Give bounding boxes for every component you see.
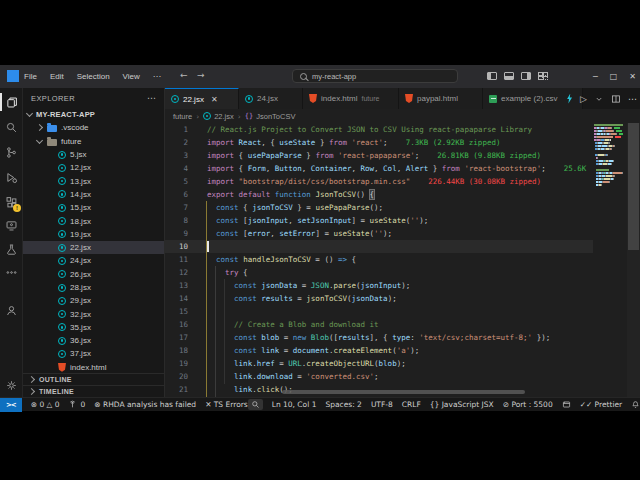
- tab-24.jsx[interactable]: 24.jsx: [239, 88, 303, 109]
- tree-item-32.jsx[interactable]: 32.jsx: [23, 307, 164, 320]
- activity-search-icon[interactable]: [0, 116, 22, 138]
- tree-item-my-react-app[interactable]: MY-REACT-APP: [23, 108, 164, 121]
- activity-run-and-debug-icon[interactable]: [0, 166, 22, 188]
- tree-item-12.jsx[interactable]: 12.jsx: [23, 161, 164, 174]
- thunder-client-icon[interactable]: [566, 94, 573, 104]
- tree-item-29.jsx[interactable]: 29.jsx: [23, 294, 164, 307]
- scrollbar-thumb[interactable]: [628, 123, 639, 250]
- code-line-13[interactable]: 13 const jsonData = JSON.parse(jsonInput…: [165, 279, 593, 292]
- tree-item-15.jsx[interactable]: 15.jsx: [23, 201, 164, 214]
- activity-explorer-icon[interactable]: [0, 91, 22, 113]
- status-rhda-status[interactable]: ⊗ RHDA analysis has failed: [94, 400, 196, 409]
- status-zoom-indicator[interactable]: [248, 399, 263, 410]
- run-file-icon[interactable]: ▷: [580, 94, 587, 104]
- activity-source-control-icon[interactable]: [0, 141, 22, 163]
- close-button[interactable]: ✕: [629, 72, 636, 81]
- status-cursor-position[interactable]: Ln 10, Col 1: [272, 400, 317, 409]
- sidebar-section-timeline[interactable]: TIMELINE: [23, 385, 164, 397]
- run-options-icon[interactable]: [594, 94, 604, 104]
- nav-forward-icon[interactable]: →: [197, 70, 205, 80]
- menu-edit[interactable]: Edit: [50, 72, 64, 81]
- status-notifications[interactable]: [631, 400, 640, 409]
- tree-item-18.jsx[interactable]: 18.jsx: [23, 214, 164, 227]
- customize-layout-icon[interactable]: [538, 72, 548, 80]
- tab-paypal.html[interactable]: paypal.html: [399, 88, 483, 109]
- code-line-20[interactable]: 20 link.download = 'converted.csv';: [165, 370, 593, 383]
- code-line-2[interactable]: 2import React, { useState } from 'react'…: [165, 136, 593, 149]
- sidebar-section-outline[interactable]: OUTLINE: [23, 373, 164, 385]
- code-line-7[interactable]: 7 const { jsonToCSV } = usePapaParse();: [165, 201, 593, 214]
- nav-back-icon[interactable]: ←: [180, 70, 188, 80]
- toggle-panel-icon[interactable]: [504, 72, 514, 80]
- tree-item-36.jsx[interactable]: 36.jsx: [23, 334, 164, 347]
- activity-accounts-icon[interactable]: [0, 299, 22, 321]
- minimize-button[interactable]: ─: [593, 72, 598, 81]
- breadcrumb-item-future[interactable]: future: [173, 112, 192, 121]
- status-ports-status[interactable]: 0: [68, 400, 85, 409]
- status-encoding[interactable]: UTF-8: [371, 400, 393, 409]
- tree-item-28.jsx[interactable]: 28.jsx: [23, 281, 164, 294]
- status-eol[interactable]: CRLF: [402, 400, 421, 409]
- status-language-mode[interactable]: {} JavaScript JSX: [430, 400, 494, 409]
- menu-file[interactable]: File: [24, 72, 37, 81]
- split-editor-icon[interactable]: [611, 94, 621, 104]
- breadcrumb-item-22.jsx[interactable]: 22.jsx: [203, 112, 234, 121]
- toggle-sidebar-icon[interactable]: [487, 72, 497, 80]
- code-line-16[interactable]: 16 // Create a Blob and download it: [165, 318, 593, 331]
- activity-more-views-icon[interactable]: [0, 261, 22, 283]
- status-formatter-prettier[interactable]: ✓✓ Prettier: [580, 400, 623, 409]
- command-center-search[interactable]: my-react-app: [292, 69, 458, 83]
- code-line-5[interactable]: 5import "bootstrap/dist/css/bootstrap.mi…: [165, 175, 593, 188]
- tab-22.jsx[interactable]: 22.jsx✕: [165, 88, 239, 109]
- code-line-9[interactable]: 9 const [error, setError] = useState('')…: [165, 227, 593, 240]
- tree-item-35.jsx[interactable]: 35.jsx: [23, 321, 164, 334]
- code-area[interactable]: 1// React.js Project to Convert JSON to …: [165, 123, 593, 397]
- tree-item-13.jsx[interactable]: 13.jsx: [23, 174, 164, 187]
- tree-item-19.jsx[interactable]: 19.jsx: [23, 228, 164, 241]
- code-line-10[interactable]: 10: [165, 240, 593, 253]
- tree-item-24.jsx[interactable]: 24.jsx: [23, 254, 164, 267]
- menu-[interactable]: ⋯: [153, 72, 161, 81]
- status-remote-indicator[interactable]: ><: [0, 398, 22, 412]
- code-line-3[interactable]: 3import { usePapaParse } from 'react-pap…: [165, 149, 593, 162]
- activity-testing-icon[interactable]: [0, 238, 22, 260]
- sidebar-more-actions[interactable]: ⋯: [147, 93, 156, 103]
- tree-item-5.jsx[interactable]: 5.jsx: [23, 148, 164, 161]
- code-line-11[interactable]: 11 const handleJsonToCSV = () => {: [165, 253, 593, 266]
- tree-item-future[interactable]: future: [23, 135, 164, 148]
- status-live-server-port[interactable]: ⊘ Port : 5500: [503, 400, 553, 409]
- code-line-12[interactable]: 12 try {: [165, 266, 593, 279]
- tree-item-index.html[interactable]: index.html: [23, 361, 164, 374]
- breadcrumb-item-jsontocsv[interactable]: {}JsonToCSV: [245, 112, 296, 121]
- vertical-scrollbar[interactable]: [627, 123, 640, 397]
- toggle-secondary-sidebar-icon[interactable]: [521, 72, 531, 80]
- tree-item-37.jsx[interactable]: 37.jsx: [23, 347, 164, 360]
- menu-selection[interactable]: Selection: [77, 72, 110, 81]
- tree-item-.vscode[interactable]: .vscode: [23, 121, 164, 134]
- code-line-14[interactable]: 14 const results = jsonToCSV(jsonData);: [165, 292, 593, 305]
- status-browser-preview[interactable]: [562, 400, 571, 409]
- code-line-17[interactable]: 17 const blob = new Blob([results], { ty…: [165, 331, 593, 344]
- menu-view[interactable]: View: [123, 72, 140, 81]
- code-line-1[interactable]: 1// React.js Project to Convert JSON to …: [165, 123, 593, 136]
- tab-index.html[interactable]: index.htmlfuture: [303, 88, 399, 109]
- status-ts-errors-status[interactable]: ✕ TS Errors: [205, 400, 248, 409]
- code-line-15[interactable]: 15: [165, 305, 593, 318]
- code-line-4[interactable]: 4import { Form, Button, Container, Row, …: [165, 162, 593, 175]
- horizontal-scrollbar[interactable]: [282, 390, 525, 394]
- activity-settings-icon[interactable]: [0, 374, 22, 396]
- tree-item-26.jsx[interactable]: 26.jsx: [23, 268, 164, 281]
- minimap[interactable]: [593, 123, 623, 397]
- maximize-button[interactable]: □: [610, 72, 618, 81]
- status-indentation[interactable]: Spaces: 2: [325, 400, 361, 409]
- more-editor-actions-icon[interactable]: ⋯: [628, 94, 637, 104]
- code-line-6[interactable]: 6export default function JsonToCSV() {: [165, 188, 593, 201]
- activity-extensions-icon[interactable]: !: [0, 191, 22, 213]
- tree-item-14.jsx[interactable]: 14.jsx: [23, 188, 164, 201]
- code-line-19[interactable]: 19 link.href = URL.createObjectURL(blob)…: [165, 357, 593, 370]
- tree-item-22.jsx[interactable]: 22.jsx: [23, 241, 164, 254]
- activity-remote-explorer-icon[interactable]: [0, 214, 22, 236]
- tab-close-icon[interactable]: ✕: [211, 95, 218, 104]
- status-problems-status[interactable]: ⊗ 0 △ 0: [31, 400, 60, 409]
- code-line-8[interactable]: 8 const [jsonInput, setJsonInput] = useS…: [165, 214, 593, 227]
